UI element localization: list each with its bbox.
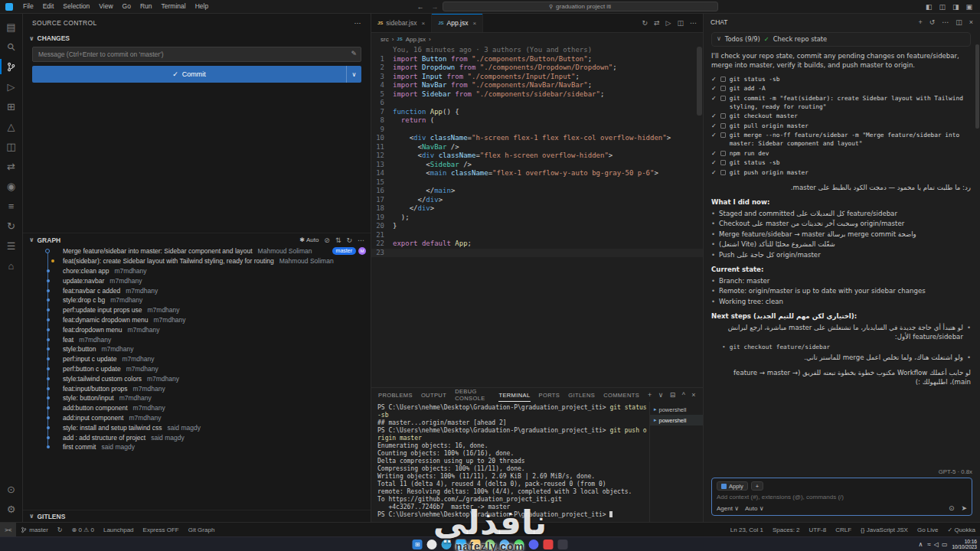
commit-row[interactable]: feat(sidebar): create Sidebar layout wit…: [23, 256, 371, 266]
taskbar-icon-telegram[interactable]: [500, 540, 510, 549]
filter-icon[interactable]: ⊘: [324, 236, 330, 244]
accounts-icon[interactable]: ⊙: [0, 479, 23, 499]
commit-row[interactable]: feat:dynamic dropdown menum7mdhany: [23, 315, 371, 325]
menu-terminal[interactable]: Terminal: [157, 0, 191, 13]
testing-icon[interactable]: △: [0, 116, 23, 136]
layout-toggle-icon[interactable]: ◨: [952, 3, 959, 11]
taskbar-icon-discord[interactable]: [529, 540, 539, 549]
tray-icon[interactable]: ≈: [927, 541, 930, 548]
chat-input-box[interactable]: Apply + Add context (#), extensions (@),…: [711, 478, 972, 516]
commit-row[interactable]: chore:clean appm7mdhany: [23, 266, 371, 276]
apply-chip[interactable]: Apply: [717, 481, 748, 491]
panel-tab-problems[interactable]: PROBLEMS: [378, 388, 413, 402]
status-item-branch[interactable]: master: [16, 527, 52, 533]
agent-mode-dropdown[interactable]: Agent ∨: [717, 505, 739, 512]
terminal-output[interactable]: PS C:\Users\nehme\Desktop\Graduation-P\g…: [371, 402, 649, 522]
close-icon[interactable]: ×: [422, 20, 426, 27]
taskbar-icon-youtube[interactable]: [544, 540, 554, 549]
branch-badge[interactable]: master: [332, 247, 356, 255]
menu-edit[interactable]: Edit: [38, 0, 59, 13]
commit-row[interactable]: first commitsaid magdy: [23, 442, 371, 452]
commit-row[interactable]: perf:input c updatem7mdhany: [23, 354, 371, 364]
status-item-quokka[interactable]: ✓ Quokka: [943, 527, 980, 533]
remote-indicator[interactable]: ><: [0, 523, 16, 536]
commit-row[interactable]: Merge feature/sidebar into master: Sideb…: [23, 246, 371, 256]
close-icon[interactable]: ×: [472, 20, 476, 27]
status-item-sync[interactable]: ↻: [53, 527, 67, 533]
commit-row[interactable]: add : add structure of projectsaid magdy: [23, 432, 371, 442]
tray-icon[interactable]: ◁: [934, 541, 939, 548]
commit-row[interactable]: update:navbarm7mdhany: [23, 276, 371, 285]
todo-item[interactable]: ✓git commit -m "feat(sidebar): create Si…: [711, 94, 971, 111]
new-chat-icon[interactable]: +: [918, 18, 922, 26]
sort-icon[interactable]: ⇅: [335, 236, 341, 244]
explorer-icon[interactable]: ▤: [0, 17, 23, 37]
refresh-icon[interactable]: ↻: [346, 236, 352, 244]
live-share-icon[interactable]: ↻: [0, 216, 23, 236]
nav-forward-icon[interactable]: →: [428, 3, 443, 11]
commit-dropdown-icon[interactable]: ∨: [346, 66, 361, 83]
commit-row[interactable]: style: install and setup tailwind csssai…: [23, 422, 371, 432]
commit-button[interactable]: ✓ Commit ∨: [32, 66, 361, 83]
todos-widget[interactable]: ∨ Todos (9/9) ✓ Check repo state: [711, 32, 971, 47]
todo-item[interactable]: ✓git status -sb: [711, 75, 971, 83]
status-item-encoding[interactable]: UTF-8: [805, 527, 831, 533]
todo-item[interactable]: ✓git status -sb: [711, 158, 971, 167]
voice-icon[interactable]: ⊙: [949, 504, 955, 512]
new-terminal-icon[interactable]: +: [648, 391, 652, 399]
chat-conversation[interactable]: ∨ Todos (9/9) ✓ Check repo state I'll ch…: [704, 31, 980, 465]
commit-row[interactable]: style: button/inputm7mdhany: [23, 393, 371, 403]
todo-item[interactable]: ✓git checkout master: [711, 112, 971, 120]
breadcrumb[interactable]: src › JS App.jsx ›: [371, 33, 703, 45]
commit-row[interactable]: add:button componentm7mdhany: [23, 403, 371, 413]
chat-scrollbar[interactable]: [975, 44, 979, 129]
docker-icon[interactable]: ◫: [0, 136, 23, 156]
add-context-button[interactable]: +: [751, 481, 763, 491]
tray-chevron-icon[interactable]: ∧: [918, 541, 923, 548]
menu-view[interactable]: View: [94, 0, 117, 13]
taskbar-icon-start[interactable]: ⊞: [413, 540, 423, 549]
commit-row[interactable]: feat:input/button propsm7mdhany: [23, 383, 371, 393]
status-item-express[interactable]: Express OFF: [139, 527, 184, 533]
panel-tab-output[interactable]: OUTPUT: [421, 388, 446, 402]
changes-section-header[interactable]: ∨ CHANGES: [23, 32, 371, 44]
edit-icon[interactable]: ✎: [351, 50, 357, 57]
status-item-problems[interactable]: ⊗ 0 ⚠ 0: [67, 527, 99, 533]
commit-row[interactable]: style:drop c bgm7mdhany: [23, 295, 371, 305]
run-and-debug-icon[interactable]: ▷: [0, 77, 23, 96]
gitlens-section-header[interactable]: ∨ GITLENS: [23, 510, 371, 522]
more-actions-icon[interactable]: ⋯: [358, 236, 364, 244]
commit-row[interactable]: style:buttonm7mdhany: [23, 344, 371, 354]
panel-tab-terminal[interactable]: TERMINAL: [498, 388, 530, 402]
remote-explorer-icon[interactable]: ⇄: [0, 156, 23, 176]
menu-file[interactable]: File: [18, 0, 38, 13]
auto-refresh-toggle[interactable]: ✱ Auto: [299, 236, 318, 243]
taskbar-icon-vscode[interactable]: [456, 540, 466, 549]
send-icon[interactable]: ➤: [961, 504, 967, 512]
settings-icon[interactable]: ⚙: [0, 499, 23, 519]
terminal-process-item[interactable]: ▸powershell: [650, 404, 703, 415]
search-icon[interactable]: ⚲: [0, 37, 23, 57]
commit-message-input[interactable]: [32, 47, 361, 62]
tab-app-jsx[interactable]: JSApp.jsx×: [432, 14, 483, 32]
commit-row[interactable]: feat:dropdown menum7mdhany: [23, 324, 371, 334]
open-in-editor-icon[interactable]: ◫: [956, 18, 962, 26]
commit-row[interactable]: perf:update input props usem7mdhany: [23, 305, 371, 315]
taskbar-icon-terminal[interactable]: [558, 540, 568, 549]
run-icon[interactable]: ▷: [666, 19, 671, 27]
commit-row[interactable]: add:input componentm7mdhany: [23, 413, 371, 423]
taskbar-icon-edge[interactable]: [442, 540, 452, 549]
taskbar-clock[interactable]: 10:16 10/10/2023: [952, 539, 977, 550]
todo-tree-icon[interactable]: ☰: [0, 236, 23, 256]
todo-item[interactable]: ✓git add -A: [711, 84, 971, 93]
timeline-icon[interactable]: ↻: [642, 19, 648, 27]
panel-tab-comments[interactable]: COMMENTS: [603, 388, 639, 402]
compare-icon[interactable]: ⇄: [654, 19, 660, 27]
split-editor-icon[interactable]: ◫: [677, 19, 684, 27]
todo-item[interactable]: ✓git push origin master: [711, 168, 971, 177]
source-control-icon[interactable]: [0, 57, 23, 77]
more-actions-icon[interactable]: ⋯: [942, 18, 949, 26]
history-icon[interactable]: ↺: [929, 18, 936, 26]
commit-row[interactable]: style:tailwind custom colorsm7mdhany: [23, 373, 371, 383]
status-item-git-graph[interactable]: Git Graph: [184, 527, 220, 533]
